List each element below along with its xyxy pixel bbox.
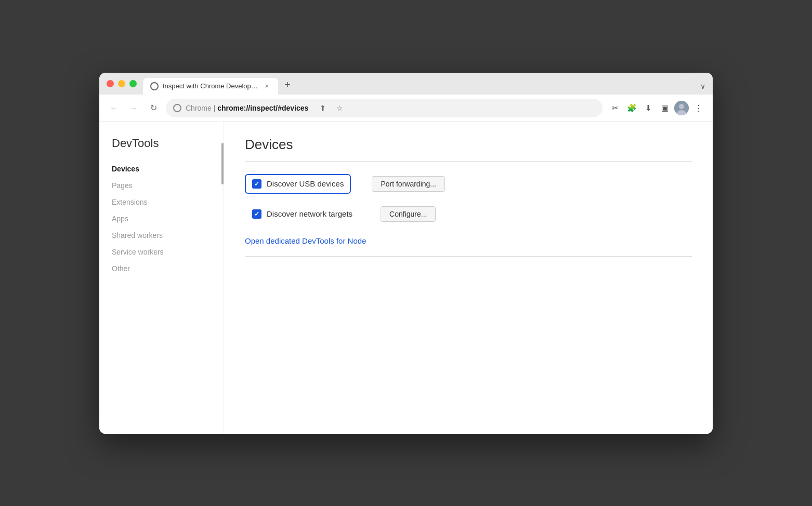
port-forwarding-button[interactable]: Port forwarding... bbox=[372, 176, 445, 192]
share-icon[interactable]: ⬆ bbox=[317, 102, 329, 114]
browser-window: Inspect with Chrome Develope… × + ∨ ← → … bbox=[99, 73, 713, 434]
main-area: Devices ✓ Discover USB devices Port forw… bbox=[224, 122, 713, 434]
tab-title: Inspect with Chrome Develope… bbox=[163, 82, 258, 90]
page-content: DevTools Devices Pages Extensions Apps S… bbox=[99, 122, 713, 434]
address-text: Chrome | chrome://inspect/#devices bbox=[186, 104, 308, 112]
reload-button[interactable]: ↻ bbox=[146, 101, 161, 115]
sidebar-toggle-icon[interactable]: ▣ bbox=[658, 101, 672, 115]
sidebar-item-pages[interactable]: Pages bbox=[99, 177, 224, 194]
discover-network-checkbox[interactable]: ✓ bbox=[252, 209, 261, 219]
page-title: Devices bbox=[245, 137, 692, 153]
more-menu-icon[interactable]: ⋮ bbox=[691, 101, 705, 115]
discover-network-checkbox-wrapper[interactable]: ✓ Discover network targets bbox=[245, 204, 360, 224]
discover-usb-row: ✓ Discover USB devices Port forwarding..… bbox=[245, 174, 692, 194]
checkmark-icon: ✓ bbox=[254, 180, 259, 188]
tab-favicon bbox=[150, 82, 159, 90]
sidebar-item-service-workers[interactable]: Service workers bbox=[99, 244, 224, 260]
download-icon[interactable]: ⬇ bbox=[641, 101, 656, 115]
bottom-divider bbox=[245, 256, 692, 257]
sidebar: DevTools Devices Pages Extensions Apps S… bbox=[99, 122, 224, 434]
address-path: chrome://inspect/#devices bbox=[217, 104, 308, 112]
top-divider bbox=[245, 161, 692, 162]
user-avatar[interactable] bbox=[674, 101, 689, 115]
discover-usb-checkbox-wrapper[interactable]: ✓ Discover USB devices bbox=[245, 174, 351, 194]
tab-list-chevron[interactable]: ∨ bbox=[700, 82, 705, 90]
address-favicon bbox=[173, 104, 181, 112]
address-site: Chrome | bbox=[186, 104, 217, 112]
bookmark-icon[interactable]: ☆ bbox=[333, 102, 346, 114]
extensions-icon[interactable]: 🧩 bbox=[624, 101, 639, 115]
tabs-area: Inspect with Chrome Develope… × + ∨ bbox=[143, 78, 705, 95]
toolbar-icons: ✂ 🧩 ⬇ ▣ ⋮ bbox=[608, 101, 705, 115]
discover-network-row: ✓ Discover network targets Configure... bbox=[245, 204, 692, 224]
address-bar[interactable]: Chrome | chrome://inspect/#devices ⬆ ☆ bbox=[166, 99, 603, 117]
back-button[interactable]: ← bbox=[107, 101, 121, 115]
sidebar-item-shared-workers[interactable]: Shared workers bbox=[99, 227, 224, 244]
devtools-title: DevTools bbox=[99, 137, 224, 161]
minimize-button[interactable] bbox=[118, 80, 125, 87]
title-bar: Inspect with Chrome Develope… × + ∨ bbox=[99, 73, 713, 95]
svg-point-1 bbox=[679, 104, 684, 109]
avatar-image bbox=[674, 101, 689, 115]
discover-network-label: Discover network targets bbox=[267, 209, 352, 218]
address-actions: ⬆ ☆ bbox=[317, 102, 346, 114]
new-tab-button[interactable]: + bbox=[280, 78, 295, 92]
sidebar-item-apps[interactable]: Apps bbox=[99, 210, 224, 227]
scroll-indicator bbox=[221, 143, 224, 184]
checkmark-icon-2: ✓ bbox=[254, 210, 259, 218]
sidebar-item-other[interactable]: Other bbox=[99, 260, 224, 277]
configure-button[interactable]: Configure... bbox=[381, 206, 436, 222]
sidebar-item-devices[interactable]: Devices bbox=[99, 161, 224, 177]
devtools-node-link[interactable]: Open dedicated DevTools for Node bbox=[245, 236, 366, 245]
tab-close-button[interactable]: × bbox=[263, 82, 271, 90]
traffic-lights bbox=[107, 80, 137, 92]
scissors-icon[interactable]: ✂ bbox=[608, 101, 622, 115]
sidebar-item-extensions[interactable]: Extensions bbox=[99, 194, 224, 210]
nav-bar: ← → ↻ Chrome | chrome://inspect/#devices… bbox=[99, 95, 713, 122]
forward-button[interactable]: → bbox=[126, 101, 141, 115]
discover-usb-label: Discover USB devices bbox=[267, 179, 344, 188]
sidebar-nav: Devices Pages Extensions Apps Shared wor… bbox=[99, 161, 224, 277]
close-button[interactable] bbox=[107, 80, 114, 87]
maximize-button[interactable] bbox=[129, 80, 137, 87]
active-tab[interactable]: Inspect with Chrome Develope… × bbox=[143, 78, 278, 95]
discover-usb-checkbox[interactable]: ✓ bbox=[252, 179, 261, 189]
